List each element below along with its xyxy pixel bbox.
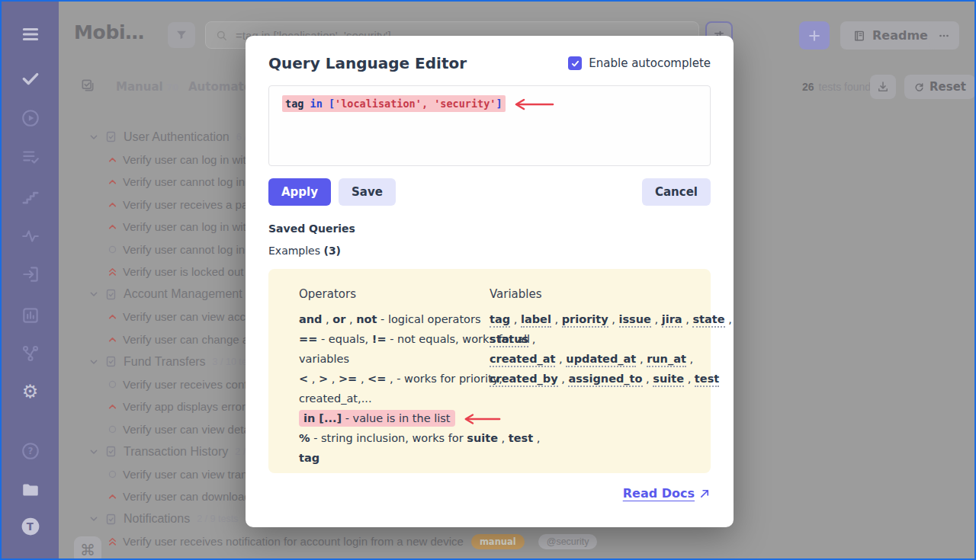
- variable-token: suite: [653, 373, 684, 387]
- readme-button[interactable]: Readme: [840, 21, 940, 50]
- saved-queries-section[interactable]: Saved Queries: [268, 222, 711, 235]
- variable-token: label: [521, 313, 551, 328]
- examples-section[interactable]: Examples (3): [268, 245, 711, 257]
- variable-token: issue: [619, 313, 651, 328]
- suite-label: User Authentication: [124, 130, 230, 144]
- book-icon: [852, 29, 866, 43]
- variable-token: run_at: [647, 353, 686, 367]
- priority-critical-icon: [107, 266, 118, 277]
- ellipsis-icon: [937, 29, 951, 43]
- reset-label: Reset: [929, 80, 966, 94]
- tree-test-row[interactable]: Verify user receives notification for ac…: [2, 530, 976, 553]
- query-language-editor-modal: Query Language Editor Enable autocomplet…: [246, 36, 734, 527]
- examples-count: (3): [323, 245, 341, 257]
- test-label: Verify user can download: [123, 490, 251, 503]
- suite-doc-icon: [104, 288, 117, 301]
- highlighted-operator: in [...] - value is in the list: [299, 410, 455, 427]
- variable-token: created_by: [490, 373, 558, 387]
- variable-token: status: [490, 333, 528, 347]
- priority-high-icon: [107, 176, 118, 187]
- test-label: Verify user is locked out a: [123, 265, 253, 278]
- priority-high-icon: [107, 334, 118, 345]
- apply-button[interactable]: Apply: [268, 178, 331, 206]
- readme-label: Readme: [872, 28, 928, 43]
- read-docs-label: Read Docs: [623, 486, 695, 501]
- results-count: 26tests found: [802, 81, 871, 93]
- results-number: 26: [802, 81, 814, 93]
- manual-badge: manual: [471, 534, 525, 549]
- more-options-button[interactable]: [929, 21, 959, 50]
- app-window: ⚙?T Mobi… Readme Manual70 Automated6 26t…: [0, 0, 976, 560]
- enable-autocomplete-toggle[interactable]: Enable autocomplete: [568, 56, 711, 70]
- priority-critical-icon: [107, 536, 118, 547]
- variable-token: state: [692, 313, 724, 328]
- suite-doc-icon: [104, 355, 117, 368]
- operator-help-line: and , or , not - logical operators: [299, 309, 490, 329]
- hamburger-icon[interactable]: [21, 24, 40, 44]
- operator-help-line: < , > , >= , <= , - works for priority,: [299, 369, 490, 389]
- chevron-down-icon[interactable]: [88, 513, 100, 525]
- variable-token: updated_at: [566, 353, 636, 367]
- command-shortcut-button[interactable]: ⌘: [74, 536, 101, 560]
- variable-help-line: status ,: [490, 329, 732, 349]
- suite-label: Account Management: [124, 287, 242, 301]
- funnel-icon: [175, 28, 188, 42]
- tab-manual[interactable]: Manual70: [116, 80, 178, 94]
- test-label: Verify user can change ac: [123, 333, 255, 346]
- priority-high-icon: [107, 199, 118, 210]
- chevron-down-icon[interactable]: [88, 356, 100, 368]
- save-button[interactable]: Save: [339, 178, 396, 206]
- examples-label: Examples: [268, 245, 320, 257]
- check-icon: [570, 59, 580, 69]
- check-icon[interactable]: [21, 69, 40, 88]
- priority-high-icon: [107, 154, 118, 165]
- priority-normal-icon: [107, 244, 118, 255]
- priority-normal-icon: [107, 424, 118, 435]
- variable-help-line: tag , label , priority , issue , jira , …: [490, 309, 732, 329]
- modal-title: Query Language Editor: [268, 54, 467, 72]
- variable-token: tag: [490, 313, 510, 328]
- add-test-button[interactable]: [799, 21, 830, 50]
- suite-label: Transaction History: [124, 445, 228, 459]
- chevron-down-icon[interactable]: [88, 288, 100, 300]
- operator-help-line: in [...] - value is in the list: [299, 408, 490, 428]
- filter-button[interactable]: [168, 22, 195, 48]
- reset-button[interactable]: Reset: [904, 75, 975, 99]
- autocomplete-label: Enable autocomplete: [589, 56, 711, 70]
- variable-token: assigned_to: [568, 373, 642, 387]
- test-label: Verify user can log in with: [123, 153, 252, 166]
- chevron-down-icon[interactable]: [88, 446, 100, 458]
- cancel-button[interactable]: Cancel: [642, 178, 711, 206]
- priority-high-icon: [107, 401, 118, 412]
- operators-column: Operators and , or , not - logical opera…: [299, 284, 490, 468]
- variable-help-line: created_by , assigned_to , suite , test: [490, 369, 732, 389]
- test-label: Verify user cannot log in w: [123, 175, 256, 188]
- download-button[interactable]: [870, 75, 896, 99]
- read-docs-link[interactable]: Read Docs: [623, 486, 711, 501]
- download-icon: [876, 80, 890, 94]
- tag-pill[interactable]: @security: [538, 534, 598, 549]
- variable-token: jira: [662, 313, 682, 328]
- refresh-icon: [913, 82, 925, 93]
- autocomplete-checkbox[interactable]: [568, 56, 582, 70]
- variable-help-line: created_at , updated_at , run_at ,: [490, 349, 732, 369]
- suite-doc-icon: [104, 445, 117, 458]
- search-icon: [215, 29, 228, 42]
- page-title: Mobi…: [74, 21, 144, 43]
- suite-label: Fund Transfers: [124, 355, 206, 369]
- results-label: tests found: [819, 81, 872, 93]
- operator-help-line: created_at,...: [299, 389, 490, 408]
- priority-normal-icon: [107, 379, 118, 390]
- operator-help-line: tag: [299, 448, 490, 468]
- chevron-down-icon[interactable]: [88, 131, 100, 143]
- priority-high-icon: [107, 221, 118, 232]
- suite-label: Notifications: [124, 512, 190, 526]
- variable-token: test: [695, 373, 719, 387]
- query-editor[interactable]: tag in ['localisation', 'security']: [268, 85, 711, 166]
- operator-help-line: variables: [299, 349, 490, 369]
- operators-title: Operators: [299, 284, 490, 304]
- multi-select-icon[interactable]: [80, 78, 95, 93]
- tab-manual-count: 70: [166, 82, 179, 93]
- query-help-panel: Operators and , or , not - logical opera…: [268, 269, 711, 473]
- query-code-line: tag in ['localisation', 'security']: [282, 95, 506, 112]
